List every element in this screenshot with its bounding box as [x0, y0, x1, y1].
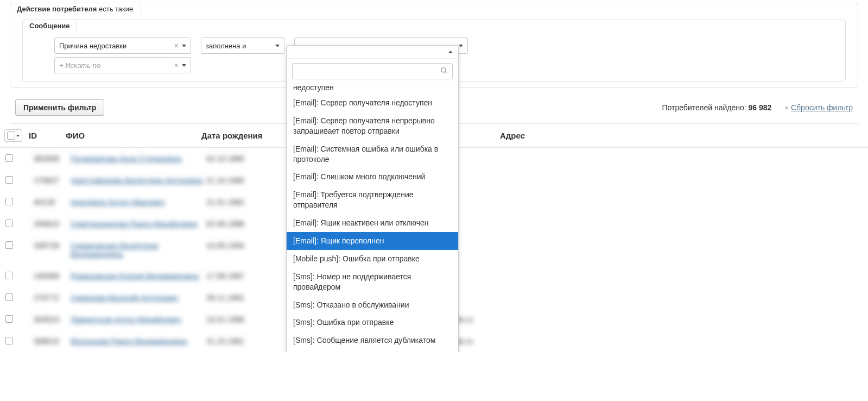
cell-id: 304523 — [27, 315, 71, 324]
row-checkbox[interactable] — [0, 198, 27, 205]
add-filter-placeholder: + Искать по — [59, 61, 174, 70]
cell-id: 270772 — [27, 293, 71, 302]
cell-fio: Поликарпова Анна Степановна — [71, 154, 206, 163]
panel-tab-consumer-action[interactable]: Действие потребителя есть такие — [10, 3, 141, 15]
dropdown-option[interactable]: [Email]: Сервер получателя недоступен — [287, 94, 458, 112]
svg-point-0 — [441, 67, 446, 72]
close-icon: × — [784, 104, 789, 112]
results-count-value: 96 982 — [749, 103, 772, 112]
cell-fio: Симановская Валентина Вениаминовна — [71, 241, 206, 259]
row-checkbox[interactable] — [0, 220, 27, 227]
operator-select[interactable]: заполнена и — [201, 37, 284, 54]
row-checkbox[interactable] — [0, 241, 27, 249]
customer-link[interactable]: Симановская Валентина Вениаминовна — [71, 241, 158, 259]
row-checkbox[interactable] — [0, 293, 27, 301]
checkbox-icon — [5, 315, 13, 323]
dropdown-option[interactable]: [Email]: Ящик неактивен или отключен — [287, 214, 458, 232]
checkbox-icon — [5, 176, 13, 184]
dropdown-option[interactable]: [Email]: Ящик переполнен — [287, 232, 458, 250]
dropdown-option[interactable]: [Sms]: Отказано в обслуживании — [287, 296, 458, 314]
col-header-fio[interactable]: ФИО — [66, 131, 201, 140]
checkbox-icon — [5, 272, 13, 279]
dropdown-option[interactable]: [Email]: Требуется подтверждение отправи… — [287, 186, 458, 214]
dropdown-option[interactable]: [Sms]: Сообщение является дубликатом — [287, 331, 458, 349]
field-select[interactable]: Причина недоставки × — [54, 37, 191, 54]
dropdown-option[interactable]: [Email]: Слишком много подключений — [287, 168, 458, 186]
checkbox-icon — [5, 337, 13, 344]
dropdown-option[interactable]: [Email]: Системная ошибка или ошибка в п… — [287, 140, 458, 168]
row-checkbox[interactable] — [0, 154, 27, 162]
col-header-id[interactable]: ID — [22, 131, 66, 140]
row-checkbox[interactable] — [0, 337, 27, 344]
svg-line-1 — [445, 71, 447, 73]
row-checkbox[interactable] — [0, 315, 27, 323]
cell-id: 363309 — [27, 154, 71, 163]
results-count: Потребителей найдено: 96 982 — [662, 103, 772, 112]
customer-link[interactable]: Романовская Ксения Вениаминовна — [71, 272, 199, 280]
add-filter-select[interactable]: + Искать по × — [54, 57, 191, 73]
cell-fio: Воронцова Раиса Вениаминовна — [71, 337, 206, 346]
dropdown-option[interactable]: [Mobile push]: Ошибка при отправке — [287, 250, 458, 268]
chevron-down-icon — [459, 45, 463, 47]
dropdown-search[interactable] — [292, 63, 453, 79]
cell-id: 170607 — [27, 176, 71, 185]
value-dropdown-trigger[interactable] — [287, 46, 458, 59]
cell-fio: Романовская Ксения Вениаминовна — [71, 272, 206, 280]
cell-fio: Смирнова Василий Антонович — [71, 293, 206, 302]
chevron-down-icon — [16, 135, 20, 137]
operator-select-value: заполнена и — [206, 42, 275, 50]
checkbox-icon — [5, 241, 13, 249]
dropdown-option-cutoff[interactable]: недоступен — [287, 83, 458, 94]
add-filter-clear-icon[interactable]: × — [174, 61, 179, 70]
cell-fio: Христофорова Валентина Антоновна — [71, 176, 206, 185]
customer-link[interactable]: Симплицианова Раиса Михайловна — [71, 220, 197, 228]
dropdown-option[interactable]: [Sms]: Номер не поддерживается провайдер… — [287, 268, 458, 296]
cell-fio: Анисимов Антон Иванович — [71, 198, 206, 206]
customer-link[interactable]: Воронцова Раиса Вениаминовна — [71, 337, 187, 346]
search-icon — [440, 67, 448, 76]
cell-id: 299728 — [27, 241, 71, 250]
cell-id: 209610 — [27, 220, 71, 228]
apply-filter-button[interactable]: Применить фильтр — [15, 99, 104, 116]
cell-id: 308515 — [27, 337, 71, 346]
customer-link[interactable]: Поликарпова Анна Степановна — [71, 154, 181, 163]
inner-tab-message[interactable]: Сообщение — [23, 20, 77, 32]
dropdown-option[interactable]: [Viber]: Картинка для сообщения имеет не… — [287, 349, 458, 352]
dropdown-option[interactable]: [Email]: Сервер получателя непрерывно за… — [287, 112, 458, 140]
cell-fio: Лаврентьев Антон Михайлович — [71, 315, 206, 324]
select-all-checkbox[interactable] — [4, 129, 22, 142]
panel-tab-title-bold: Действие потребителя — [17, 5, 97, 13]
checkbox-icon — [5, 198, 13, 205]
field-select-value: Причина недоставки — [59, 42, 174, 50]
row-checkbox[interactable] — [0, 176, 27, 184]
field-clear-icon[interactable]: × — [174, 41, 179, 50]
dropdown-search-input[interactable] — [297, 67, 440, 76]
customer-link[interactable]: Лаврентьев Антон Михайлович — [71, 315, 181, 324]
results-count-label: Потребителей найдено: — [662, 103, 749, 112]
chevron-up-icon — [448, 51, 453, 53]
checkbox-icon — [5, 220, 13, 227]
reset-filter-wrap[interactable]: ×Сбросить фильтр — [784, 103, 853, 112]
col-header-addr[interactable]: Адрес — [500, 131, 868, 140]
value-dropdown: недоступен [Email]: Сервер получателя не… — [286, 45, 459, 352]
checkbox-icon — [5, 154, 13, 162]
cell-id: 40128 — [27, 198, 71, 206]
chevron-down-icon — [275, 45, 280, 47]
cell-id: 140589 — [27, 272, 71, 280]
row-checkbox[interactable] — [0, 272, 27, 279]
panel-tab-title-rest: есть такие — [97, 5, 133, 13]
checkbox-icon — [5, 293, 13, 301]
dropdown-option[interactable]: [Sms]: Ошибка при отправке — [287, 314, 458, 331]
chevron-down-icon — [182, 64, 186, 67]
reset-filter-link[interactable]: Сбросить фильтр — [791, 103, 853, 112]
customer-link[interactable]: Анисимов Антон Иванович — [71, 198, 165, 206]
customer-link[interactable]: Смирнова Василий Антонович — [71, 293, 179, 302]
cell-fio: Симплицианова Раиса Михайловна — [71, 220, 206, 228]
customer-link[interactable]: Христофорова Валентина Антоновна — [71, 176, 203, 185]
chevron-down-icon — [182, 45, 186, 47]
checkbox-icon — [7, 131, 15, 140]
